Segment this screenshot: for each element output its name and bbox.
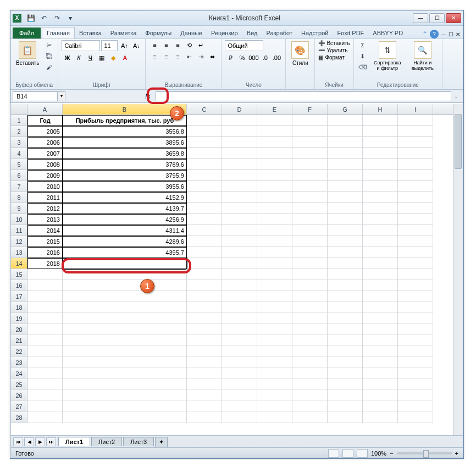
row-header[interactable]: 12: [11, 236, 27, 247]
cell-A4[interactable]: 2007: [27, 148, 63, 159]
cell-H15[interactable]: [363, 269, 398, 280]
cell-B7[interactable]: 3955,6: [63, 181, 187, 192]
cell-B24[interactable]: [63, 368, 187, 379]
cell-B4[interactable]: 3659,8: [63, 148, 187, 159]
cell-C27[interactable]: [187, 401, 222, 412]
cell-B13[interactable]: 4395,7: [63, 247, 187, 258]
row-header[interactable]: 25: [11, 379, 27, 390]
cell-C14[interactable]: [187, 258, 222, 269]
cell-E27[interactable]: [257, 401, 292, 412]
cell-C9[interactable]: [187, 203, 222, 214]
formula-bar-expand[interactable]: ⌄: [451, 91, 461, 101]
zoom-in-button[interactable]: +: [455, 450, 458, 457]
cell-H21[interactable]: [363, 335, 398, 346]
cell-H20[interactable]: [363, 324, 398, 335]
copy-button[interactable]: ⿻: [43, 51, 54, 61]
file-tab[interactable]: Файл: [13, 28, 41, 39]
cell-F14[interactable]: [292, 258, 328, 269]
sheet-nav-last[interactable]: ⏭: [46, 437, 56, 446]
cell-H8[interactable]: [363, 192, 398, 203]
cell-A3[interactable]: 2006: [27, 137, 63, 148]
cell-B6[interactable]: 3795,9: [63, 170, 187, 181]
cell-F25[interactable]: [292, 379, 328, 390]
cell-D19[interactable]: [222, 313, 257, 324]
cell-B8[interactable]: 4152,9: [63, 192, 187, 203]
cell-C22[interactable]: [187, 346, 222, 357]
cell-D18[interactable]: [222, 302, 257, 313]
cell-B26[interactable]: [63, 390, 187, 401]
cell-E17[interactable]: [257, 291, 292, 302]
cell-A5[interactable]: 2008: [27, 159, 63, 170]
zoom-slider[interactable]: [397, 452, 452, 454]
cell-G16[interactable]: [328, 280, 363, 291]
clear-button[interactable]: ⌫: [357, 62, 368, 72]
cell-H18[interactable]: [363, 302, 398, 313]
comma-button[interactable]: 000: [248, 53, 259, 63]
cell-F20[interactable]: [292, 324, 328, 335]
cell-G24[interactable]: [328, 368, 363, 379]
cell-F9[interactable]: [292, 203, 328, 214]
align-bottom-button[interactable]: ≡: [172, 40, 183, 50]
tab-addins[interactable]: Надстрой: [297, 28, 333, 39]
cell-H16[interactable]: [363, 280, 398, 291]
cell-G28[interactable]: [328, 412, 363, 423]
cell-B10[interactable]: 4256,9: [63, 214, 187, 225]
cell-F17[interactable]: [292, 291, 328, 302]
cell-A19[interactable]: [27, 313, 63, 324]
cell-C4[interactable]: [187, 148, 222, 159]
cell-G18[interactable]: [328, 302, 363, 313]
cell-I22[interactable]: [398, 346, 433, 357]
cell-E12[interactable]: [257, 236, 292, 247]
cell-I13[interactable]: [398, 247, 433, 258]
row-header[interactable]: 28: [11, 412, 27, 423]
cell-B27[interactable]: [63, 401, 187, 412]
font-color-button[interactable]: A: [119, 53, 130, 63]
row-header[interactable]: 16: [11, 280, 27, 291]
cell-I24[interactable]: [398, 368, 433, 379]
cell-H1[interactable]: [363, 115, 398, 126]
row-header[interactable]: 6: [11, 170, 27, 181]
cell-D3[interactable]: [222, 137, 257, 148]
cell-D2[interactable]: [222, 126, 257, 137]
cell-G27[interactable]: [328, 401, 363, 412]
align-center-button[interactable]: ≡: [160, 52, 171, 62]
cell-F3[interactable]: [292, 137, 328, 148]
cell-F8[interactable]: [292, 192, 328, 203]
cell-A26[interactable]: [27, 390, 63, 401]
currency-button[interactable]: ₽: [225, 53, 236, 63]
cell-C10[interactable]: [187, 214, 222, 225]
cell-E22[interactable]: [257, 346, 292, 357]
align-top-button[interactable]: ≡: [149, 40, 160, 50]
cell-C26[interactable]: [187, 390, 222, 401]
cell-H13[interactable]: [363, 247, 398, 258]
cell-C6[interactable]: [187, 170, 222, 181]
row-header[interactable]: 4: [11, 148, 27, 159]
cell-I20[interactable]: [398, 324, 433, 335]
grow-font-button[interactable]: A↑: [119, 41, 130, 51]
autosum-button[interactable]: Σ: [357, 40, 368, 50]
vscroll-thumb[interactable]: [455, 114, 462, 169]
cell-D6[interactable]: [222, 170, 257, 181]
cell-G20[interactable]: [328, 324, 363, 335]
cell-E7[interactable]: [257, 181, 292, 192]
cell-F21[interactable]: [292, 335, 328, 346]
cell-A28[interactable]: [27, 412, 63, 423]
cell-E10[interactable]: [257, 214, 292, 225]
cell-A17[interactable]: [27, 291, 63, 302]
cell-F24[interactable]: [292, 368, 328, 379]
cell-F16[interactable]: [292, 280, 328, 291]
orientation-button[interactable]: ⟲: [184, 40, 195, 50]
cell-A21[interactable]: [27, 335, 63, 346]
cell-H17[interactable]: [363, 291, 398, 302]
cell-E14[interactable]: [257, 258, 292, 269]
tab-developer[interactable]: Разработ: [262, 28, 297, 39]
find-select-button[interactable]: 🔍 Найти и выделить: [407, 40, 439, 72]
shrink-font-button[interactable]: A↓: [131, 41, 142, 51]
cell-E8[interactable]: [257, 192, 292, 203]
cell-E5[interactable]: [257, 159, 292, 170]
tab-view[interactable]: Вид: [242, 28, 262, 39]
cell-A12[interactable]: 2015: [27, 236, 63, 247]
cell-A14[interactable]: 2018: [27, 258, 63, 269]
cell-E25[interactable]: [257, 379, 292, 390]
cell-D17[interactable]: [222, 291, 257, 302]
